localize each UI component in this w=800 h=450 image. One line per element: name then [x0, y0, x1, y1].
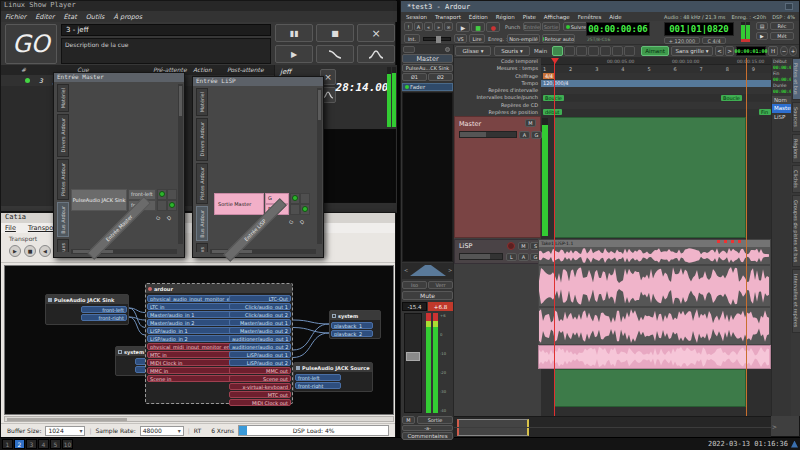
matrix-tab[interactable]: Auxs [196, 243, 208, 252]
mute-button[interactable]: Mute [402, 291, 453, 300]
snap-toggle[interactable]: Aimant [641, 46, 669, 56]
stop-button[interactable]: ■ [316, 24, 354, 42]
matrix-tab[interactable]: Matériel [196, 88, 208, 116]
ardour-titlebar[interactable]: *test3 - Ardour [401, 1, 799, 12]
midi-port[interactable]: Scene in [147, 375, 235, 382]
workspace-button[interactable]: 2 [14, 439, 25, 449]
end-marker[interactable]: Fin [759, 109, 771, 115]
workspace-button[interactable]: 10 [62, 439, 73, 449]
strip-meter-point[interactable] [445, 47, 450, 52]
matrix-lisp-vscrollbar[interactable] [317, 88, 322, 244]
duration-value[interactable]: 00:00:00:00 [773, 89, 791, 94]
strip-m-button[interactable]: M [402, 416, 415, 424]
zoom-out-button[interactable]: − [780, 46, 788, 56]
midi-port[interactable]: MTC in [147, 351, 235, 358]
location-marker-ruler[interactable]: début Fin [541, 109, 771, 116]
lisp-region-take[interactable]: Take1 LiSP-1.1 [538, 239, 771, 265]
tempo-ruler[interactable]: 120,000/4 [541, 80, 771, 87]
meter-ruler[interactable]: 4/4 [541, 73, 771, 80]
interrupt-button[interactable]: × [357, 24, 395, 42]
lsp-menu-item[interactable]: Éditer [35, 13, 54, 21]
ruler-label[interactable]: Intervalles boucle/punch [454, 94, 541, 101]
nudge-back-button[interactable]: < [715, 46, 724, 56]
go-button[interactable]: GO [5, 24, 57, 64]
audio-port[interactable]: LTC-Out [229, 295, 291, 302]
automation-button[interactable]: A [519, 131, 530, 139]
solo-iso-button[interactable]: Iso [402, 281, 427, 289]
primary-clock[interactable]: 00:00:00:06 [586, 22, 650, 36]
phase-invert-2-button[interactable]: Ø2 [428, 73, 453, 81]
lisp-region-layer3[interactable] [538, 307, 771, 345]
midi-port[interactable]: MIDI Clock out [229, 399, 291, 406]
matrix-cell[interactable] [290, 204, 300, 215]
ruler-label[interactable]: Tempo [454, 80, 541, 87]
master-region[interactable] [554, 117, 746, 238]
cd-marker-ruler[interactable] [541, 102, 771, 109]
side-tab[interactable]: Pistes et bus [792, 58, 800, 100]
pan-widget[interactable]: < > [402, 263, 453, 279]
edit-mode-select[interactable]: Glisse ▾ [455, 46, 491, 56]
comments-button[interactable]: Commentaires [402, 432, 453, 440]
node-pulseaudio-source[interactable]: PulseAudio JACK Source front-leftfront-r… [293, 362, 373, 392]
midi-port[interactable]: MIDI Clock in [147, 359, 235, 366]
strip-output-button[interactable]: PulseAu...CK Sink [402, 64, 453, 72]
audio-port[interactable]: playback_2 [331, 330, 373, 337]
xruns-counter[interactable]: 6 Xruns [211, 427, 234, 434]
monitor-options-button[interactable]: ▤ [756, 22, 768, 30]
matrix-tab[interactable]: Divers Ardour [57, 114, 69, 156]
catia-menu-item[interactable]: File [5, 224, 16, 232]
peak-display[interactable]: +6.8 [428, 302, 453, 311]
catia-stop-button[interactable]: ■ [24, 245, 36, 257]
metronome-button[interactable]: Mét [770, 32, 794, 40]
audio-port[interactable]: Master/audio_out 2 [229, 327, 291, 334]
midi-port[interactable]: x-virtual-keyboard [229, 383, 291, 390]
matrix-tab[interactable]: Divers Ardour [196, 118, 208, 160]
side-tab[interactable]: Clichés [792, 165, 800, 193]
audio-port[interactable]: front-left [295, 374, 341, 381]
gain-display[interactable]: -15.4 [402, 302, 427, 311]
start-value[interactable]: 00:00:00:00 [773, 65, 791, 70]
audio-port[interactable]: front-right [295, 382, 341, 389]
side-tab[interactable]: Groupes de pistes et bus [792, 195, 800, 267]
group-button[interactable]: G [531, 131, 542, 139]
audio-port[interactable]: LiSP/audio_in 1 [147, 327, 235, 334]
range-tool-button[interactable] [564, 46, 575, 56]
play-button[interactable]: ▶ [456, 22, 470, 32]
matrix-tab[interactable]: Auxs [57, 239, 69, 252]
tempo-chip[interactable]: 120,000/4 [543, 80, 569, 86]
audio-port[interactable]: front-right [81, 314, 127, 321]
audio-port[interactable]: Click/audio_out 2 [229, 311, 291, 318]
meter-button[interactable]: C 4/4 [702, 37, 726, 44]
ardour-menu-item[interactable]: Édition [469, 14, 488, 20]
range-marker-ruler[interactable] [541, 87, 771, 94]
audio-port[interactable]: LTC in [147, 303, 235, 310]
workspace-button[interactable]: 1 [2, 439, 13, 449]
narrow-button[interactable]: -a- [402, 425, 453, 431]
matrix-lisp-titlebar[interactable]: Entrée LiSP [193, 77, 323, 86]
cue-name-field[interactable]: 3 - jeff [61, 24, 271, 36]
playhead-marker[interactable] [551, 58, 559, 64]
zoom-in-button[interactable]: + [789, 46, 797, 56]
sample-rate-select[interactable]: 48000▾ [140, 426, 184, 436]
midi-port[interactable]: MMC out [229, 367, 291, 374]
ruler-label[interactable]: Repères d'intervalle [454, 87, 541, 94]
punch-in-button[interactable]: Entrée [523, 22, 541, 31]
network-icon[interactable] [791, 441, 798, 448]
connection-dot[interactable] [169, 202, 175, 208]
audio-port[interactable]: Master/audio_in 2 [147, 319, 235, 326]
audio-port[interactable]: LiSP/audio_in 2 [147, 335, 235, 342]
read-button[interactable]: Lire [469, 34, 485, 43]
shuttle-slider[interactable] [423, 37, 451, 41]
sync-source-button[interactable]: Int. [404, 34, 420, 43]
matrix-tab[interactable]: Bus Ardour [196, 206, 208, 242]
fader-processor[interactable]: Fader [402, 83, 453, 91]
midi-port[interactable]: physical_midi_input_monitor_enable [147, 343, 235, 350]
punch-out-button[interactable]: Sortie [542, 22, 560, 31]
play-button[interactable]: ▶ [275, 45, 313, 63]
playhead-line[interactable] [554, 58, 555, 416]
ardour-menu-item[interactable]: Session [406, 14, 427, 20]
fade-out-button[interactable] [316, 45, 354, 63]
green-region-lower[interactable] [554, 369, 746, 407]
record-button[interactable]: ● [486, 22, 500, 32]
route-list-item[interactable]: LiSP [772, 113, 792, 122]
